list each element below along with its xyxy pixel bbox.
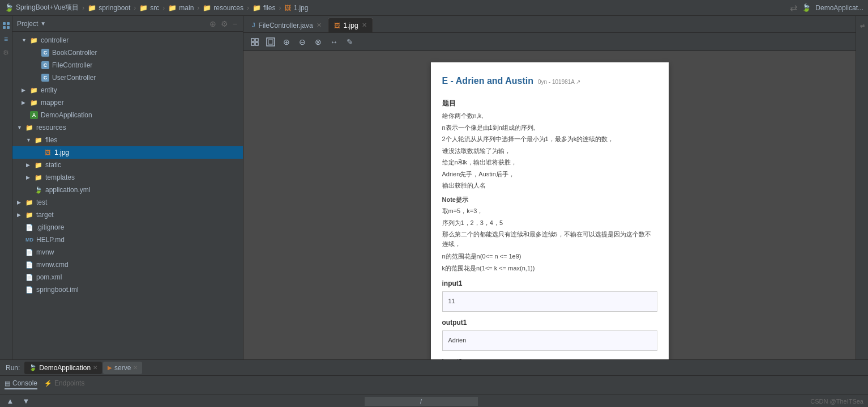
tree-static-folder[interactable]: ▶ 📁 static — [12, 159, 243, 171]
springbootiml-label: springboot.iml — [36, 286, 79, 294]
tree-templates-folder[interactable]: ▶ 📁 templates — [12, 171, 243, 184]
doc-problem-text-4: 谁没法取数就输了为输， — [442, 146, 657, 156]
tree-gitignore[interactable]: 📄 .gitignore — [12, 221, 243, 234]
console-tab-endpoints[interactable]: ⚡ Endpoints — [44, 378, 84, 389]
toolbar-fit-btn[interactable] — [248, 35, 262, 49]
tree-target-folder[interactable]: ▶ 📁 target — [12, 209, 243, 221]
doc-problem-text-6: Adrien先手，Austin后手， — [442, 169, 657, 179]
toolbar-actual-size-btn[interactable] — [264, 35, 277, 49]
tab-1jpg-close[interactable]: ✕ — [362, 22, 367, 28]
toolbar-zoom-out-btn[interactable]: ⊖ — [296, 35, 309, 49]
helpmd-icon: MD — [25, 235, 34, 244]
toolbar-stretch-btn[interactable]: ↔ — [327, 35, 341, 49]
application-yml-label: application.yml — [45, 186, 90, 194]
project-add-btn[interactable]: ⊕ — [208, 18, 217, 29]
run-tab-serve-close[interactable]: ✕ — [133, 364, 138, 371]
tree-mvnwcmd[interactable]: 📄 mvnw.cmd — [12, 258, 243, 271]
file-controller-icon: C — [41, 61, 50, 70]
tree-demo-application[interactable]: A DemoApplication — [12, 109, 243, 121]
file-controller-label: FileController — [52, 61, 92, 69]
status-up-btn[interactable]: ▲ — [5, 396, 16, 407]
tree-entity-folder[interactable]: ▶ 📁 entity — [12, 84, 243, 96]
tree-user-controller[interactable]: C UserController — [12, 71, 243, 84]
svg-rect-8 — [267, 38, 275, 46]
doc-problem-text-1: 给你两个数n,k, — [442, 111, 657, 121]
left-sidebar-icon-2[interactable]: ≡ — [1, 34, 11, 44]
tab-1jpg[interactable]: 🖼 1.jpg ✕ — [328, 18, 373, 32]
project-panel-title: Project — [17, 20, 38, 28]
project-panel-header: Project ▼ ⊕ ⚙ − — [12, 16, 243, 32]
breadcrumb-sep-6: › — [279, 4, 281, 12]
doc-note-title: Note提示 — [442, 195, 657, 205]
test-folder-icon: 📁 — [25, 198, 34, 207]
files-folder-icon: 📁 — [34, 135, 43, 145]
book-controller-label: BookController — [52, 49, 97, 57]
run-tab-demo-close[interactable]: ✕ — [93, 364, 97, 371]
files-folder-label: files — [45, 136, 57, 144]
tree-mapper-folder[interactable]: ▶ 📁 mapper — [12, 96, 243, 109]
console-tab-console[interactable]: ▤ Console — [5, 378, 37, 389]
tab-filecontroller-close[interactable]: ✕ — [317, 22, 322, 28]
left-sidebar-icon-1[interactable] — [1, 20, 11, 31]
tree-application-yml[interactable]: 🍃 application.yml — [12, 184, 243, 196]
tree-files-folder[interactable]: ▼ 📁 files — [12, 134, 243, 146]
tree-book-controller[interactable]: C BookController — [12, 46, 243, 59]
gitignore-label: .gitignore — [36, 223, 64, 231]
mvnw-icon: 📄 — [25, 248, 34, 257]
editor-content-area[interactable]: E - Adrien and Austin 0yn - 101981A ↗ 题目… — [243, 51, 856, 359]
project-panel-arrow: ▼ — [40, 20, 46, 27]
tree-controller-folder[interactable]: ▼ 📁 controller — [12, 34, 243, 46]
project-collapse-btn[interactable]: − — [232, 18, 238, 29]
static-folder-arrow: ▶ — [26, 162, 34, 168]
doc-constraint-1: n的范围花是n(0<= n <= 1e9) — [442, 252, 657, 261]
entity-folder-label: entity — [41, 86, 57, 94]
toolbar-zoom-reset-btn[interactable]: ⊗ — [311, 35, 325, 49]
tree-resources-folder[interactable]: ▼ 📁 resources — [12, 121, 243, 134]
demo-application-label: DemoApplication — [41, 111, 92, 119]
image-toolbar: ⊕ ⊖ ⊗ ↔ ✎ — [243, 33, 856, 51]
doc-note-1: 取m=5，k=3， — [442, 206, 657, 216]
left-sidebar-icon-3[interactable]: ⚙ — [1, 48, 11, 58]
right-sidebar: ⇄ — [856, 16, 868, 359]
mvnwcmd-icon: 📄 — [25, 260, 34, 269]
svg-rect-7 — [255, 43, 258, 45]
tree-1jpg-file[interactable]: 🖼 1.jpg — [12, 146, 243, 159]
status-input[interactable] — [365, 397, 478, 406]
tab-filecontroller[interactable]: J FileController.java ✕ — [246, 18, 328, 32]
run-tab-demo[interactable]: 🍃 DemoApplication ✕ — [24, 362, 102, 374]
toolbar-edit-btn[interactable]: ✎ — [343, 35, 357, 49]
svg-rect-0 — [3, 22, 6, 25]
status-down-btn[interactable]: ▼ — [20, 396, 32, 407]
breadcrumb-sep-2: › — [134, 4, 136, 12]
editor-tabs-bar: J FileController.java ✕ 🖼 1.jpg ✕ — [243, 16, 856, 33]
resources-folder-icon: 📁 — [25, 123, 34, 132]
tree-springbootiml[interactable]: 📄 springboot.iml — [12, 283, 243, 296]
1jpg-icon: 🖼 — [43, 148, 52, 157]
static-folder-icon: 📁 — [34, 160, 43, 169]
right-sidebar-icon-1[interactable]: ⇄ — [857, 20, 867, 31]
tree-mvnw[interactable]: 📄 mvnw — [12, 246, 243, 258]
svg-rect-9 — [268, 40, 273, 44]
project-settings-btn[interactable]: ⚙ — [220, 18, 229, 29]
tree-test-folder[interactable]: ▶ 📁 test — [12, 196, 243, 209]
tree-helpmd[interactable]: MD HELP.md — [12, 234, 243, 246]
project-header-actions: ⊕ ⚙ − — [208, 18, 238, 29]
test-folder-arrow: ▶ — [17, 200, 25, 205]
target-folder-label: target — [36, 211, 54, 219]
toolbar-zoom-in-btn[interactable]: ⊕ — [280, 35, 293, 49]
application-yml-icon: 🍃 — [34, 185, 43, 194]
templates-folder-arrow: ▶ — [26, 175, 34, 180]
book-controller-icon: C — [41, 48, 50, 57]
doc-note-2: 序列为1，2，3，4，5 — [442, 218, 657, 228]
svg-rect-1 — [7, 22, 10, 25]
mapper-folder-icon: 📁 — [29, 98, 39, 107]
doc-output1-value: Adrien — [442, 330, 657, 351]
pomxml-icon: 📄 — [25, 273, 34, 282]
breadcrumb-sep-3: › — [163, 4, 165, 12]
tree-pomxml[interactable]: 📄 pom.xml — [12, 271, 243, 283]
tree-file-controller[interactable]: C FileController — [12, 59, 243, 71]
run-tab-serve[interactable]: ▶ serve ✕ — [103, 362, 142, 374]
file-tree: ▼ 📁 controller C BookController C FileCo… — [12, 32, 243, 359]
doc-problem-text-7: 输出获胜的人名 — [442, 181, 657, 190]
breadcrumb-sep-5: › — [247, 4, 249, 12]
